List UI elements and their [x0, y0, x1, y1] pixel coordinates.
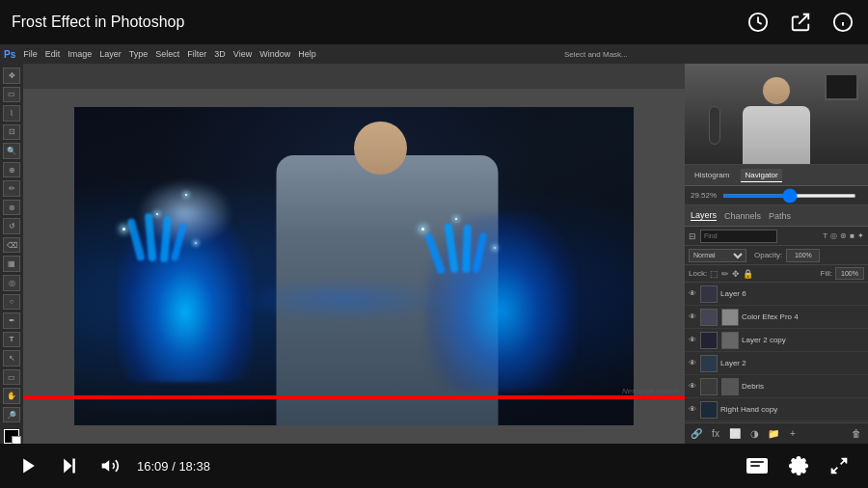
tool-zoom[interactable]: 🔎: [3, 407, 20, 423]
tool-move[interactable]: ✥: [3, 68, 20, 84]
righthandcopy-visibility[interactable]: 👁: [688, 405, 697, 415]
tool-text[interactable]: T: [3, 332, 20, 348]
ps-menubar: Ps File Edit Image Layer Type Select Fil…: [0, 44, 868, 64]
delete-layer-icon[interactable]: 🗑: [849, 426, 864, 442]
zoom-slider[interactable]: [722, 194, 856, 198]
layer-item-layer6[interactable]: 👁 Layer 6: [685, 283, 868, 306]
tool-eraser[interactable]: ⌫: [3, 237, 20, 254]
header: Frost Effect in Photoshop: [0, 0, 868, 44]
menu-type[interactable]: Type: [129, 49, 149, 59]
layer-item-layer2[interactable]: 👁 Layer 2: [685, 352, 868, 375]
layer-item-righthandcopy[interactable]: 👁 Right Hand copy: [685, 398, 868, 421]
tool-dodge[interactable]: ○: [3, 294, 20, 311]
link-layers-icon[interactable]: 🔗: [689, 426, 704, 442]
layer6-visibility[interactable]: 👁: [688, 289, 697, 299]
tool-brush[interactable]: ✏: [3, 180, 20, 197]
header-icons: [745, 9, 856, 36]
menu-view[interactable]: View: [233, 49, 252, 59]
righthandcopy-name: Right Hand copy: [720, 405, 865, 414]
filter-kind-icon[interactable]: T: [823, 231, 827, 240]
layer2copy-visibility[interactable]: 👁: [688, 336, 697, 345]
rsparkle1: [421, 228, 424, 230]
add-style-icon[interactable]: fx: [708, 426, 723, 442]
tool-path[interactable]: ↖: [3, 350, 20, 366]
skip-button[interactable]: [56, 452, 83, 479]
time-separator: /: [169, 459, 179, 474]
tool-blur[interactable]: ◎: [3, 275, 20, 291]
cc-line2: [750, 465, 760, 467]
share-icon[interactable]: [787, 9, 814, 36]
controls-bar: 16:09 / 18:38: [0, 444, 868, 488]
layer-item-layer2copy[interactable]: 👁 Layer 2 copy: [685, 329, 868, 352]
sparkle2: [156, 213, 158, 215]
lock-row: Lock: ⬚ ✏ ✥ 🔒 Fill:: [685, 265, 868, 283]
layer2-name: Layer 2: [720, 359, 865, 367]
menu-window[interactable]: Window: [259, 49, 290, 59]
menu-file[interactable]: File: [23, 49, 38, 59]
debris-name: Debris: [742, 382, 865, 391]
layer-item-debris[interactable]: 👁 Debris: [685, 375, 868, 398]
debris-visibility[interactable]: 👁: [688, 382, 697, 392]
tool-shape[interactable]: ▭: [3, 369, 20, 386]
page-title: Frost Effect in Photoshop: [12, 14, 184, 31]
play-button[interactable]: [15, 452, 42, 479]
layers-tab[interactable]: Layers: [691, 210, 717, 221]
channels-tab[interactable]: Channels: [724, 211, 761, 221]
time-display: 16:09 / 18:38: [137, 459, 210, 474]
colorefex-visibility[interactable]: 👁: [688, 312, 697, 322]
layer-search-input[interactable]: [700, 230, 777, 243]
tool-hand[interactable]: ✋: [3, 388, 20, 404]
tool-gradient[interactable]: ▦: [3, 256, 20, 272]
menu-help[interactable]: Help: [298, 49, 316, 59]
add-mask-icon[interactable]: ⬜: [727, 426, 743, 442]
tool-pen[interactable]: ✒: [3, 312, 20, 329]
lock-transparent-icon[interactable]: ⬚: [710, 269, 719, 279]
menu-edit[interactable]: Edit: [45, 49, 61, 59]
navigator-tab[interactable]: Navigator: [741, 169, 781, 182]
filter-mode-icon[interactable]: ⊛: [840, 231, 847, 240]
tool-clone[interactable]: ⊗: [3, 200, 20, 216]
svg-marker-7: [102, 460, 110, 472]
menu-3d[interactable]: 3D: [214, 49, 226, 59]
lock-all-icon[interactable]: 🔒: [743, 269, 753, 279]
new-adjustment-icon[interactable]: ◑: [746, 426, 762, 442]
tool-heal[interactable]: ⊕: [3, 162, 20, 178]
tool-crop[interactable]: ⊡: [3, 124, 20, 141]
filter-attr-icon[interactable]: ◎: [830, 231, 837, 240]
tool-select[interactable]: ▭: [3, 87, 20, 103]
clock-icon[interactable]: [745, 9, 772, 36]
opacity-input[interactable]: [786, 249, 820, 262]
tool-eyedropper[interactable]: 🔍: [3, 143, 20, 159]
menu-layer[interactable]: Layer: [99, 49, 122, 59]
lock-label: Lock:: [689, 269, 707, 278]
blend-mode-select[interactable]: Normal Multiply Screen Overlay: [689, 249, 746, 262]
webcam-inner: [685, 64, 868, 164]
filter-color-icon[interactable]: ■: [850, 231, 854, 240]
fill-input[interactable]: [835, 267, 864, 280]
foreground-color[interactable]: [4, 429, 19, 444]
microphone: [709, 106, 720, 145]
menu-select[interactable]: Select: [155, 49, 179, 59]
layer-item-colorefex[interactable]: 👁 Color Efex Pro 4: [685, 306, 868, 329]
debris-thumb: [700, 378, 718, 395]
monitor: [825, 73, 858, 100]
filter-smart-icon[interactable]: ✦: [857, 231, 864, 240]
tool-history[interactable]: ↺: [3, 218, 20, 234]
subtitles-button[interactable]: [743, 454, 772, 477]
new-layer-icon[interactable]: +: [785, 426, 800, 442]
settings-button[interactable]: [785, 452, 812, 479]
tool-lasso[interactable]: ⌇: [3, 105, 20, 122]
new-group-icon[interactable]: 📁: [766, 426, 781, 442]
colorefex-thumb: [700, 309, 718, 326]
menu-image[interactable]: Image: [68, 49, 92, 59]
histogram-tab[interactable]: Histogram: [691, 169, 733, 181]
lock-position-icon[interactable]: ✥: [732, 269, 740, 279]
paths-tab[interactable]: Paths: [769, 211, 791, 221]
layer2-visibility[interactable]: 👁: [688, 359, 697, 368]
rsparkle3: [494, 247, 496, 249]
fullscreen-button[interactable]: [826, 452, 853, 479]
info-icon[interactable]: [829, 9, 856, 36]
menu-filter[interactable]: Filter: [187, 49, 206, 59]
volume-button[interactable]: [96, 452, 123, 479]
lock-image-icon[interactable]: ✏: [721, 269, 729, 279]
